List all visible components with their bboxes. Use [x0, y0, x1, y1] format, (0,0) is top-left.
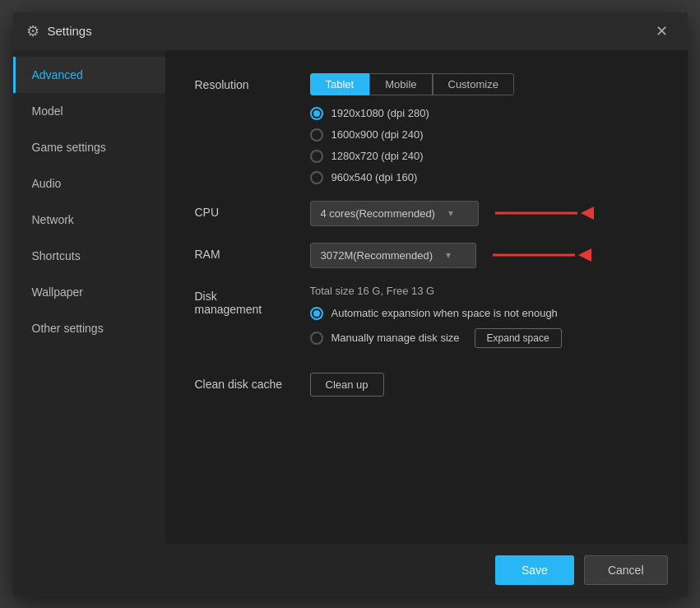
sidebar-item-other-settings[interactable]: Other settings: [13, 310, 165, 346]
sidebar-item-wallpaper[interactable]: Wallpaper: [13, 274, 165, 310]
cpu-section: CPU 4 cores(Recommended) ▾: [195, 201, 658, 226]
sidebar-item-shortcuts[interactable]: Shortcuts: [13, 238, 165, 274]
cancel-button[interactable]: Cancel: [584, 555, 668, 585]
cpu-label: CPU: [195, 201, 310, 219]
disk-option-auto[interactable]: Automatic expansion when space is not en…: [310, 307, 658, 320]
cpu-content: 4 cores(Recommended) ▾: [310, 201, 658, 226]
sidebar-item-model[interactable]: Model: [13, 93, 165, 129]
save-button[interactable]: Save: [495, 555, 574, 585]
tab-tablet[interactable]: Tablet: [310, 73, 370, 95]
sidebar-item-audio[interactable]: Audio: [13, 165, 165, 202]
ram-label: RAM: [195, 243, 310, 261]
ram-select[interactable]: 3072M(Recommended) ▾: [310, 243, 477, 268]
clean-disk-cache-section: Clean disk cache Clean up: [195, 373, 658, 397]
cleanup-button[interactable]: Clean up: [310, 373, 384, 397]
settings-icon: ⚙: [26, 22, 39, 40]
ram-section: RAM 3072M(Recommended) ▾: [195, 243, 658, 268]
ram-select-row: 3072M(Recommended) ▾: [310, 243, 658, 268]
disk-radio-0: [310, 307, 323, 320]
expand-space-button[interactable]: Expand space: [475, 328, 562, 348]
disk-option-manual[interactable]: Manually manage disk size Expand space: [310, 328, 658, 348]
footer: Save Cancel: [13, 544, 688, 596]
window-title: Settings: [48, 24, 649, 38]
cpu-select-row: 4 cores(Recommended) ▾: [310, 201, 658, 226]
resolution-value-1: 1600x900 (dpi 240): [331, 128, 424, 141]
sidebar-item-game-settings[interactable]: Game settings: [13, 129, 165, 165]
tab-customize[interactable]: Customize: [433, 73, 514, 95]
resolution-option-2[interactable]: 1280x720 (dpi 240): [310, 150, 658, 163]
disk-management-content: Total size 16 G, Free 13 G Automatic exp…: [310, 285, 658, 356]
sidebar-item-network[interactable]: Network: [13, 202, 165, 238]
title-bar: ⚙ Settings ✕: [13, 12, 688, 50]
ram-content: 3072M(Recommended) ▾: [310, 243, 658, 268]
resolution-option-0[interactable]: 1920x1080 (dpi 280): [310, 107, 658, 120]
resolution-value-2: 1280x720 (dpi 240): [331, 150, 424, 162]
cpu-dropdown-arrow: ▾: [435, 207, 453, 219]
ram-arrow-annotation: [493, 245, 591, 265]
ram-dropdown-arrow: ▾: [433, 249, 451, 261]
disk-info: Total size 16 G, Free 13 G: [310, 285, 658, 297]
clean-disk-cache-label: Clean disk cache: [195, 373, 310, 391]
disk-management-section: Diskmanagement Total size 16 G, Free 13 …: [195, 285, 658, 356]
settings-window: ⚙ Settings ✕ Advanced Model Game setting…: [13, 12, 688, 596]
sidebar-item-advanced[interactable]: Advanced: [13, 57, 165, 93]
sidebar: Advanced Model Game settings Audio Netwo…: [13, 50, 165, 544]
resolution-value-3: 960x540 (dpi 160): [331, 171, 418, 183]
cpu-value: 4 cores(Recommended): [321, 207, 435, 220]
close-button[interactable]: ✕: [649, 19, 675, 44]
window-body: Advanced Model Game settings Audio Netwo…: [13, 50, 688, 544]
tab-mobile[interactable]: Mobile: [369, 73, 432, 95]
cpu-select[interactable]: 4 cores(Recommended) ▾: [310, 201, 479, 226]
resolution-value-0: 1920x1080 (dpi 280): [331, 107, 429, 119]
disk-management-label: Diskmanagement: [195, 285, 310, 316]
disk-option-manual-label: Manually manage disk size: [331, 332, 460, 344]
resolution-content: Tablet Mobile Customize 1920x1080 (dpi 2…: [310, 73, 658, 184]
radio-0: [310, 107, 323, 120]
resolution-label: Resolution: [195, 73, 310, 91]
clean-disk-cache-content: Clean up: [310, 373, 658, 397]
radio-3: [310, 171, 323, 184]
resolution-options: 1920x1080 (dpi 280) 1600x900 (dpi 240) 1…: [310, 107, 658, 184]
resolution-section: Resolution Tablet Mobile Customize 1920x…: [195, 73, 658, 184]
main-content: Resolution Tablet Mobile Customize 1920x…: [165, 50, 688, 544]
resolution-option-3[interactable]: 960x540 (dpi 160): [310, 171, 658, 184]
ram-value: 3072M(Recommended): [321, 249, 433, 262]
radio-1: [310, 128, 323, 142]
cpu-arrow-annotation: [495, 203, 594, 223]
disk-option-auto-label: Automatic expansion when space is not en…: [331, 307, 558, 319]
radio-2: [310, 150, 323, 163]
resolution-tabs: Tablet Mobile Customize: [310, 73, 658, 95]
resolution-option-1[interactable]: 1600x900 (dpi 240): [310, 128, 658, 142]
disk-radio-1: [310, 332, 323, 345]
